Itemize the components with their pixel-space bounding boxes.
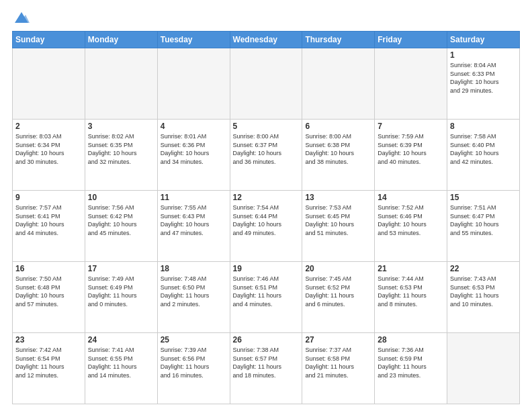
day-number: 19 bbox=[233, 264, 300, 273]
day-number: 10 bbox=[88, 193, 154, 202]
day-info: Sunrise: 7:38 AM Sunset: 6:57 PM Dayligh… bbox=[233, 346, 300, 379]
day-cell: 4Sunrise: 8:01 AM Sunset: 6:36 PM Daylig… bbox=[157, 120, 230, 191]
week-row-3: 9Sunrise: 7:57 AM Sunset: 6:41 PM Daylig… bbox=[13, 191, 520, 262]
day-info: Sunrise: 7:44 AM Sunset: 6:53 PM Dayligh… bbox=[378, 275, 444, 308]
day-info: Sunrise: 7:55 AM Sunset: 6:43 PM Dayligh… bbox=[161, 203, 227, 237]
weekday-header-wednesday: Wednesday bbox=[230, 32, 302, 48]
weekday-header-saturday: Saturday bbox=[447, 32, 520, 48]
day-info: Sunrise: 7:43 AM Sunset: 6:53 PM Dayligh… bbox=[450, 275, 517, 308]
day-cell: 10Sunrise: 7:56 AM Sunset: 6:42 PM Dayli… bbox=[85, 191, 157, 262]
logo bbox=[12, 12, 30, 26]
day-cell bbox=[375, 48, 447, 120]
day-cell: 21Sunrise: 7:44 AM Sunset: 6:53 PM Dayli… bbox=[375, 262, 447, 333]
day-cell: 27Sunrise: 7:37 AM Sunset: 6:58 PM Dayli… bbox=[302, 333, 375, 404]
day-number: 15 bbox=[450, 193, 517, 202]
day-info: Sunrise: 7:45 AM Sunset: 6:52 PM Dayligh… bbox=[305, 275, 371, 308]
day-number: 16 bbox=[15, 264, 82, 273]
day-cell: 24Sunrise: 7:41 AM Sunset: 6:55 PM Dayli… bbox=[85, 333, 157, 404]
day-info: Sunrise: 7:58 AM Sunset: 6:40 PM Dayligh… bbox=[450, 132, 517, 166]
weekday-header-row: SundayMondayTuesdayWednesdayThursdayFrid… bbox=[13, 32, 520, 48]
day-cell: 3Sunrise: 8:02 AM Sunset: 6:35 PM Daylig… bbox=[85, 120, 157, 191]
page: SundayMondayTuesdayWednesdayThursdayFrid… bbox=[0, 0, 532, 411]
day-info: Sunrise: 7:46 AM Sunset: 6:51 PM Dayligh… bbox=[233, 275, 300, 308]
weekday-header-monday: Monday bbox=[85, 32, 157, 48]
day-number: 23 bbox=[15, 335, 82, 345]
day-number: 20 bbox=[305, 264, 371, 273]
day-number: 9 bbox=[15, 193, 82, 202]
day-cell: 25Sunrise: 7:39 AM Sunset: 6:56 PM Dayli… bbox=[157, 333, 230, 404]
day-info: Sunrise: 7:57 AM Sunset: 6:41 PM Dayligh… bbox=[15, 203, 82, 237]
day-info: Sunrise: 7:39 AM Sunset: 6:56 PM Dayligh… bbox=[161, 346, 227, 379]
day-cell: 7Sunrise: 7:59 AM Sunset: 6:39 PM Daylig… bbox=[375, 120, 447, 191]
day-number: 1 bbox=[450, 50, 517, 60]
day-cell: 16Sunrise: 7:50 AM Sunset: 6:48 PM Dayli… bbox=[13, 262, 85, 333]
day-cell bbox=[230, 48, 302, 120]
day-cell: 9Sunrise: 7:57 AM Sunset: 6:41 PM Daylig… bbox=[13, 191, 85, 262]
day-info: Sunrise: 7:49 AM Sunset: 6:49 PM Dayligh… bbox=[88, 275, 154, 308]
day-number: 8 bbox=[450, 122, 517, 131]
day-number: 13 bbox=[305, 193, 371, 202]
day-number: 12 bbox=[233, 193, 300, 202]
week-row-4: 16Sunrise: 7:50 AM Sunset: 6:48 PM Dayli… bbox=[13, 262, 520, 333]
day-cell bbox=[447, 333, 520, 404]
day-cell: 12Sunrise: 7:54 AM Sunset: 6:44 PM Dayli… bbox=[230, 191, 302, 262]
day-info: Sunrise: 7:42 AM Sunset: 6:54 PM Dayligh… bbox=[15, 346, 82, 379]
day-number: 4 bbox=[161, 122, 227, 131]
day-number: 11 bbox=[161, 193, 227, 202]
day-number: 22 bbox=[450, 264, 517, 273]
day-cell: 23Sunrise: 7:42 AM Sunset: 6:54 PM Dayli… bbox=[13, 333, 85, 404]
day-cell bbox=[302, 48, 375, 120]
day-number: 14 bbox=[378, 193, 444, 202]
day-cell: 20Sunrise: 7:45 AM Sunset: 6:52 PM Dayli… bbox=[302, 262, 375, 333]
day-number: 17 bbox=[88, 264, 154, 273]
week-row-5: 23Sunrise: 7:42 AM Sunset: 6:54 PM Dayli… bbox=[13, 333, 520, 404]
day-number: 28 bbox=[378, 335, 444, 345]
day-cell bbox=[13, 48, 85, 120]
week-row-1: 1Sunrise: 8:04 AM Sunset: 6:33 PM Daylig… bbox=[13, 48, 520, 120]
day-cell: 22Sunrise: 7:43 AM Sunset: 6:53 PM Dayli… bbox=[447, 262, 520, 333]
day-cell: 28Sunrise: 7:36 AM Sunset: 6:59 PM Dayli… bbox=[375, 333, 447, 404]
day-number: 2 bbox=[15, 122, 82, 131]
day-number: 27 bbox=[305, 335, 371, 345]
day-cell: 8Sunrise: 7:58 AM Sunset: 6:40 PM Daylig… bbox=[447, 120, 520, 191]
day-cell: 26Sunrise: 7:38 AM Sunset: 6:57 PM Dayli… bbox=[230, 333, 302, 404]
day-number: 26 bbox=[233, 335, 300, 345]
day-cell: 13Sunrise: 7:53 AM Sunset: 6:45 PM Dayli… bbox=[302, 191, 375, 262]
day-cell bbox=[157, 48, 230, 120]
day-cell: 2Sunrise: 8:03 AM Sunset: 6:34 PM Daylig… bbox=[13, 120, 85, 191]
week-row-2: 2Sunrise: 8:03 AM Sunset: 6:34 PM Daylig… bbox=[13, 120, 520, 191]
day-cell bbox=[85, 48, 157, 120]
day-info: Sunrise: 8:01 AM Sunset: 6:36 PM Dayligh… bbox=[161, 132, 227, 166]
day-info: Sunrise: 7:54 AM Sunset: 6:44 PM Dayligh… bbox=[233, 203, 300, 237]
day-info: Sunrise: 7:56 AM Sunset: 6:42 PM Dayligh… bbox=[88, 203, 154, 237]
day-number: 25 bbox=[161, 335, 227, 345]
day-cell: 18Sunrise: 7:48 AM Sunset: 6:50 PM Dayli… bbox=[157, 262, 230, 333]
day-cell: 14Sunrise: 7:52 AM Sunset: 6:46 PM Dayli… bbox=[375, 191, 447, 262]
day-info: Sunrise: 8:00 AM Sunset: 6:37 PM Dayligh… bbox=[233, 132, 300, 166]
day-number: 21 bbox=[378, 264, 444, 273]
day-info: Sunrise: 7:36 AM Sunset: 6:59 PM Dayligh… bbox=[378, 346, 444, 379]
weekday-header-friday: Friday bbox=[375, 32, 447, 48]
day-number: 7 bbox=[378, 122, 444, 131]
day-cell: 1Sunrise: 8:04 AM Sunset: 6:33 PM Daylig… bbox=[447, 48, 520, 120]
weekday-header-sunday: Sunday bbox=[13, 32, 85, 48]
day-cell: 11Sunrise: 7:55 AM Sunset: 6:43 PM Dayli… bbox=[157, 191, 230, 262]
logo-icon bbox=[13, 9, 30, 26]
day-info: Sunrise: 7:37 AM Sunset: 6:58 PM Dayligh… bbox=[305, 346, 371, 379]
weekday-header-thursday: Thursday bbox=[302, 32, 375, 48]
day-info: Sunrise: 7:48 AM Sunset: 6:50 PM Dayligh… bbox=[161, 275, 227, 308]
day-number: 5 bbox=[233, 122, 300, 131]
day-cell: 5Sunrise: 8:00 AM Sunset: 6:37 PM Daylig… bbox=[230, 120, 302, 191]
day-number: 18 bbox=[161, 264, 227, 273]
header bbox=[12, 12, 520, 26]
day-info: Sunrise: 7:53 AM Sunset: 6:45 PM Dayligh… bbox=[305, 203, 371, 237]
day-info: Sunrise: 7:52 AM Sunset: 6:46 PM Dayligh… bbox=[378, 203, 444, 237]
day-info: Sunrise: 8:04 AM Sunset: 6:33 PM Dayligh… bbox=[450, 61, 517, 95]
day-info: Sunrise: 7:59 AM Sunset: 6:39 PM Dayligh… bbox=[378, 132, 444, 166]
day-info: Sunrise: 8:02 AM Sunset: 6:35 PM Dayligh… bbox=[88, 132, 154, 166]
day-info: Sunrise: 7:50 AM Sunset: 6:48 PM Dayligh… bbox=[15, 275, 82, 308]
day-info: Sunrise: 7:51 AM Sunset: 6:47 PM Dayligh… bbox=[450, 203, 517, 237]
day-cell: 19Sunrise: 7:46 AM Sunset: 6:51 PM Dayli… bbox=[230, 262, 302, 333]
day-number: 6 bbox=[305, 122, 371, 131]
weekday-header-tuesday: Tuesday bbox=[157, 32, 230, 48]
